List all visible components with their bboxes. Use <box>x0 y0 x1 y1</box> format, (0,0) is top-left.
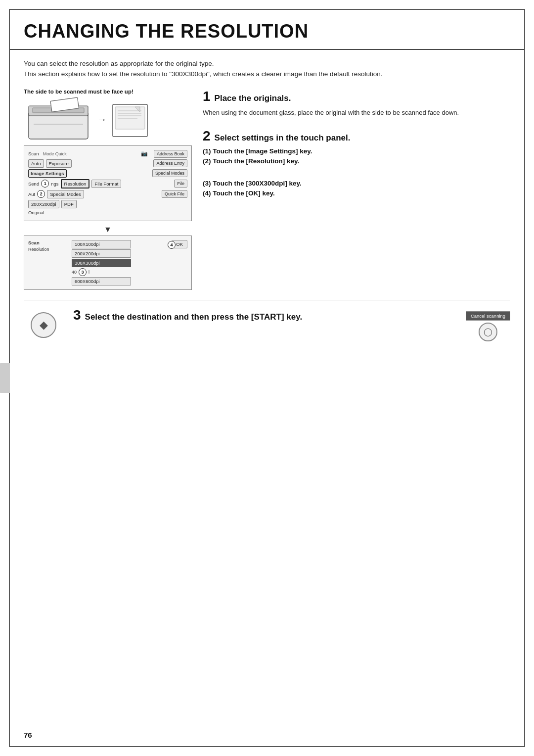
step1-title: Place the originals. <box>215 94 291 103</box>
page-number: 76 <box>24 731 32 739</box>
cancel-scanning-area: Cancel scanning ◯ <box>466 307 510 341</box>
resolution-panel-diagram: Scan Resolution OK 100X100dpi 200X200dpi… <box>24 236 192 290</box>
panel-original-label: Original <box>28 210 44 215</box>
scanner-label: The side to be scanned must be face up! <box>24 89 192 94</box>
panel-file-btn[interactable]: File <box>174 180 187 188</box>
cancel-icon: ◯ <box>484 327 492 336</box>
start-button-area: ◆ <box>24 312 63 338</box>
res-circle-3: 3 <box>79 268 87 276</box>
res-item-200[interactable]: 200X200dpi <box>72 249 131 258</box>
panel-special-modes2-btn[interactable]: Special Modes <box>47 190 84 198</box>
scanner-illustration: → <box>24 97 177 144</box>
step3-area: ◆ 3 Select the destination and then pres… <box>24 307 510 341</box>
side-tab <box>0 363 10 393</box>
res-item-600[interactable]: 600X600dpi <box>72 277 131 285</box>
res-circle-4: 4 <box>168 241 176 249</box>
panel-auto2-label: Aut <box>28 191 35 197</box>
panel-image-settings-label: Image Settings <box>28 169 67 178</box>
panel-circle-1: 1 <box>41 180 49 188</box>
res-item-300[interactable]: 300X300dpi <box>72 259 131 267</box>
right-column: 1 Place the originals. When using the do… <box>203 89 510 294</box>
step2-sub2: (2) Touch the [Resolution] key. <box>203 157 510 165</box>
step2-sub4: (4) Touch the [OK] key. <box>203 189 510 197</box>
step2-sub3: (3) Touch the [300X300dpi] key. <box>203 180 510 187</box>
panel-auto-btn[interactable]: Auto <box>28 159 44 168</box>
step2-heading: 2 Select settings in the touch panel. <box>203 128 510 144</box>
page-title: CHANGING THE RESOLUTION <box>24 21 510 42</box>
panel-scan-label: Scan <box>28 151 39 156</box>
panel-address-entry-btn[interactable]: Address Entry <box>153 159 187 167</box>
res-scan-label: Scan <box>28 240 68 245</box>
step1-number: 1 <box>203 89 211 104</box>
step3-heading: 3 Select the destination and then press … <box>73 307 456 323</box>
panel-pages-label: ngs <box>51 181 58 187</box>
touch-panel-diagram-1: Scan Mode Quick 📷 Address Book Auto Expo… <box>24 145 192 221</box>
res-item-100[interactable]: 100X100dpi <box>72 240 131 248</box>
cancel-scanning-label: Cancel scanning <box>466 311 510 321</box>
panel-arrow-down: ▼ <box>24 225 192 234</box>
panel-send-label: Send <box>28 181 39 187</box>
panel-mode-label: Mode Quick <box>43 151 67 156</box>
cancel-circle[interactable]: ◯ <box>479 323 497 341</box>
step2-title: Select settings in the touch panel. <box>215 133 351 143</box>
intro-line1: You can select the resolution as appropr… <box>24 59 510 69</box>
section-divider <box>24 300 510 300</box>
step2-sub1: (1) Touch the [Image Settings] key. <box>203 147 510 155</box>
left-column: The side to be scanned must be face up! … <box>24 89 192 294</box>
step1-body: When using the document glass, place the… <box>203 108 510 118</box>
panel-file-format-btn[interactable]: File Format <box>91 180 121 188</box>
panel-200x200-btn[interactable]: 200X200dpi <box>28 200 59 208</box>
panel-exposure-btn[interactable]: Exposure <box>46 159 72 168</box>
panel-special-modes-btn[interactable]: Special Modes <box>152 169 187 177</box>
step3-title: Select the destination and then press th… <box>85 312 303 322</box>
intro-line2: This section explains how to set the res… <box>24 69 510 80</box>
panel-pdf-btn[interactable]: PDF <box>61 200 77 208</box>
svg-text:→: → <box>97 114 107 125</box>
start-icon: ◆ <box>40 319 48 331</box>
panel-resolution-btn[interactable]: Resolution <box>61 179 90 189</box>
step2-number: 2 <box>203 128 211 144</box>
start-circle[interactable]: ◆ <box>31 312 56 338</box>
panel-address-book-btn[interactable]: Address Book <box>154 150 187 158</box>
res-resolution-label: Resolution <box>28 247 68 252</box>
panel-circle-2: 2 <box>37 190 45 198</box>
title-bar: CHANGING THE RESOLUTION <box>10 10 524 49</box>
step1-heading: 1 Place the originals. <box>203 89 510 104</box>
step3-number: 3 <box>73 307 81 323</box>
panel-quick-file-btn[interactable]: Quick File <box>162 190 187 198</box>
